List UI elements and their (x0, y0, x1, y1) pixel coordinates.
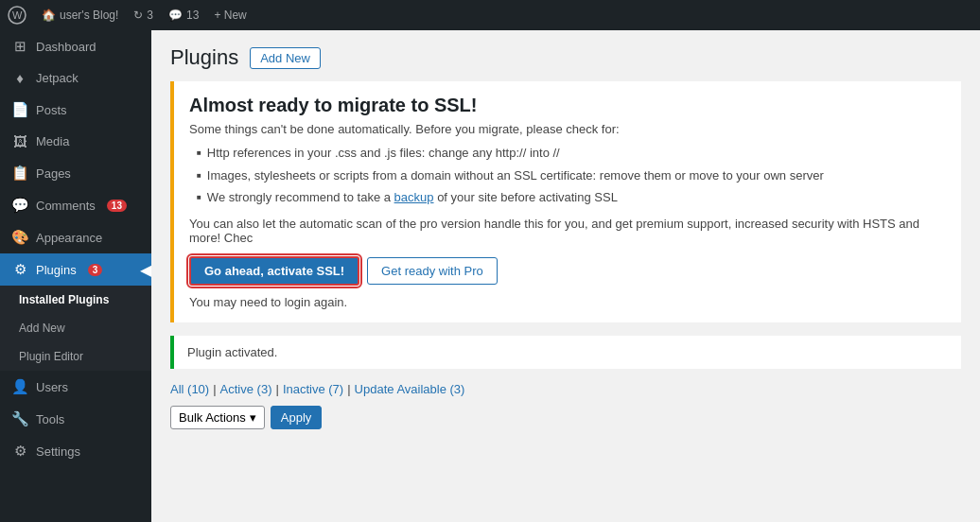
sidebar-item-jetpack[interactable]: ♦ Jetpack (0, 62, 151, 94)
arrow-icon: ◀ (140, 261, 151, 279)
comments-icon: 💬 (168, 9, 183, 22)
tools-icon: 🔧 (11, 410, 28, 427)
site-name[interactable]: 🏠 user's Blog! (42, 9, 118, 22)
sidebar-item-settings[interactable]: ⚙ Settings (0, 435, 151, 467)
sidebar-item-media[interactable]: 🖼 Media (0, 126, 151, 157)
home-icon: 🏠 (42, 9, 56, 22)
comments-sidebar-icon: 💬 (11, 197, 28, 214)
notice-title: Almost ready to migrate to SSL! (189, 95, 946, 116)
filter-update-available[interactable]: Update Available (3) (355, 382, 465, 396)
users-icon: 👤 (11, 378, 28, 395)
posts-icon: 📄 (11, 101, 28, 118)
activate-ssl-button[interactable]: Go ahead, activate SSL! (189, 256, 359, 286)
appearance-icon: 🎨 (11, 229, 28, 246)
bulk-actions-label: Bulk Actions (179, 410, 246, 425)
sidebar-item-users[interactable]: 👤 Users (0, 371, 151, 403)
plugin-activated-text: Plugin activated. (187, 345, 277, 359)
media-icon: 🖼 (11, 133, 28, 149)
sidebar-item-posts[interactable]: 📄 Posts (0, 94, 151, 126)
filter-inactive[interactable]: Inactive (7) (283, 382, 343, 396)
page-title: Plugins (170, 45, 238, 70)
list-item: We strongly recommend to take a backup o… (197, 188, 946, 207)
main-layout: ⊞ Dashboard ♦ Jetpack 📄 Posts 🖼 Media 📋 … (0, 30, 980, 522)
svg-text:W: W (12, 9, 23, 21)
sidebar: ⊞ Dashboard ♦ Jetpack 📄 Posts 🖼 Media 📋 … (0, 30, 151, 522)
bulk-actions-bar: Bulk Actions ▾ Apply (170, 406, 961, 429)
new-item[interactable]: + New (214, 9, 246, 22)
updates-icon: ↻ (133, 9, 143, 22)
sidebar-item-appearance[interactable]: 🎨 Appearance (0, 221, 151, 253)
jetpack-icon: ♦ (11, 70, 28, 86)
sidebar-item-pages[interactable]: 📋 Pages (0, 157, 151, 189)
dashboard-icon: ⊞ (11, 38, 28, 55)
plugin-activated-notice: Plugin activated. (170, 336, 961, 369)
pages-icon: 📋 (11, 165, 28, 182)
updates-item[interactable]: ↻ 3 (133, 9, 153, 22)
ssl-notice: Almost ready to migrate to SSL! Some thi… (170, 81, 961, 322)
chevron-down-icon: ▾ (250, 410, 256, 425)
notice-buttons: Go ahead, activate SSL! Get ready with P… (189, 256, 946, 286)
content-area: Plugins Add New Almost ready to migrate … (151, 30, 980, 522)
sidebar-item-plugins[interactable]: ⚙ Plugins 3 ◀ (0, 253, 151, 286)
sidebar-item-plugin-editor[interactable]: Plugin Editor (0, 342, 151, 371)
filter-active[interactable]: Active (3) (220, 382, 272, 396)
filter-bar: All (10) | Active (3) | Inactive (7) | U… (170, 382, 961, 396)
plugins-badge: 3 (88, 264, 103, 276)
add-new-button[interactable]: Add New (250, 47, 321, 69)
plugins-submenu: Installed Plugins Add New Plugin Editor (0, 286, 151, 371)
apply-button[interactable]: Apply (271, 406, 323, 429)
plugins-icon: ⚙ (11, 261, 28, 278)
page-header: Plugins Add New (170, 45, 961, 70)
comments-badge: 13 (107, 200, 127, 212)
sidebar-item-comments[interactable]: 💬 Comments 13 (0, 189, 151, 221)
wp-logo[interactable]: W (8, 6, 26, 25)
notice-list: Http references in your .css and .js fil… (189, 144, 946, 207)
get-ready-pro-button[interactable]: Get ready with Pro (367, 257, 498, 285)
settings-icon: ⚙ (11, 443, 28, 460)
notice-desc: Some things can't be done automatically.… (189, 122, 946, 136)
top-bar: W 🏠 user's Blog! ↻ 3 💬 13 + New (0, 0, 980, 30)
sidebar-item-add-new[interactable]: Add New (0, 314, 151, 342)
sidebar-item-installed-plugins[interactable]: Installed Plugins (0, 286, 151, 314)
list-item: Http references in your .css and .js fil… (197, 144, 946, 163)
bulk-actions-dropdown[interactable]: Bulk Actions ▾ (170, 406, 265, 429)
login-note: You may need to login again. (189, 295, 946, 309)
pro-text: You can also let the automatic scan of t… (189, 217, 946, 245)
list-item: Images, stylesheets or scripts from a do… (197, 166, 946, 185)
backup-link[interactable]: backup (394, 190, 434, 204)
sidebar-item-tools[interactable]: 🔧 Tools (0, 403, 151, 435)
filter-all[interactable]: All (10) (170, 382, 209, 396)
sidebar-item-dashboard[interactable]: ⊞ Dashboard (0, 30, 151, 62)
comments-item[interactable]: 💬 13 (168, 9, 199, 22)
